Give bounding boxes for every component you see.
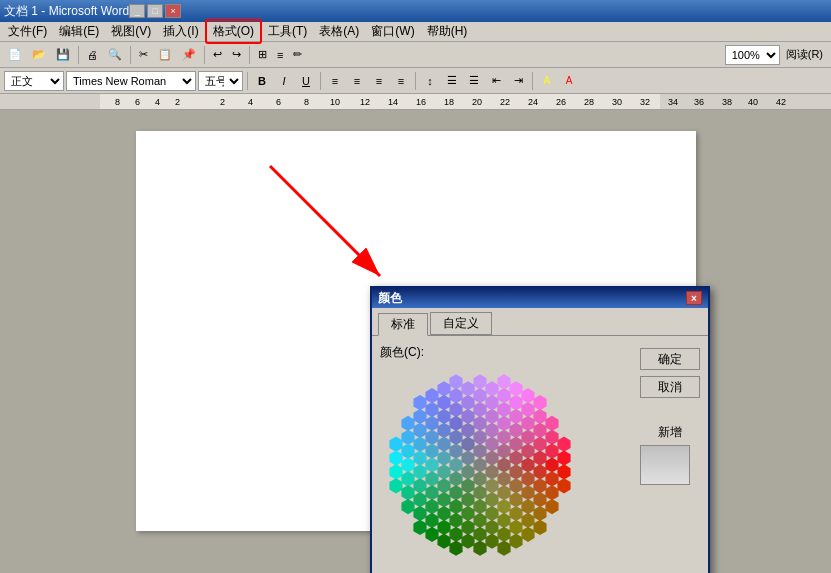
numbers-btn[interactable]: ☰ [464,71,484,91]
svg-text:6: 6 [276,97,281,107]
minimize-btn[interactable]: _ [129,4,145,18]
svg-text:16: 16 [416,97,426,107]
sep2 [130,46,131,64]
menu-help[interactable]: 帮助(H) [421,21,474,42]
read-btn[interactable]: 阅读(R) [782,45,827,65]
svg-text:8: 8 [115,97,120,107]
cut-btn[interactable]: ✂ [135,45,152,65]
tab-standard[interactable]: 标准 [378,313,428,336]
underline-btn[interactable]: U [296,71,316,91]
menu-format[interactable]: 格式(O) [205,19,262,44]
ruler: 8 6 4 2 2 4 6 8 10 12 14 16 18 20 22 24 … [0,94,831,110]
justify-btn[interactable]: ≡ [391,71,411,91]
color-dialog: 颜色 × 标准 自定义 颜色(C): [370,286,710,573]
size-select[interactable]: 五号 [198,71,243,91]
italic-btn[interactable]: I [274,71,294,91]
sep3 [204,46,205,64]
print-btn[interactable]: 🖨 [83,45,102,65]
dialog-tabs: 标准 自定义 [372,308,708,336]
svg-text:40: 40 [748,97,758,107]
new-color-section: 新增 [640,424,700,485]
columns-btn[interactable]: ≡ [273,45,287,65]
svg-text:2: 2 [220,97,225,107]
new-color-preview [640,445,690,485]
sep7 [415,72,416,90]
title-bar: 文档 1 - Microsoft Word _ □ × [0,0,831,22]
svg-text:6: 6 [135,97,140,107]
menu-table[interactable]: 表格(A) [313,21,365,42]
sep8 [532,72,533,90]
zoom-select[interactable]: 100% [725,45,780,65]
menu-insert[interactable]: 插入(I) [157,21,204,42]
undo-btn[interactable]: ↩ [209,45,226,65]
copy-btn[interactable]: 📋 [154,45,176,65]
sep5 [247,72,248,90]
color-picker-section: 颜色(C): [380,344,632,573]
svg-text:24: 24 [528,97,538,107]
font-select[interactable]: Times New Roman [66,71,196,91]
save-btn[interactable]: 💾 [52,45,74,65]
svg-text:4: 4 [248,97,253,107]
highlight-btn[interactable]: A [537,71,557,91]
close-btn[interactable]: × [165,4,181,18]
color-wheel[interactable] [380,365,580,565]
menu-bar: 文件(F) 编辑(E) 视图(V) 插入(I) 格式(O) 工具(T) 表格(A… [0,22,831,42]
svg-text:22: 22 [500,97,510,107]
svg-text:14: 14 [388,97,398,107]
line-spacing-btn[interactable]: ↕ [420,71,440,91]
svg-text:12: 12 [360,97,370,107]
cancel-button[interactable]: 取消 [640,376,700,398]
menu-window[interactable]: 窗口(W) [365,21,420,42]
svg-text:2: 2 [175,97,180,107]
dialog-title-text: 颜色 [378,290,402,307]
paste-btn[interactable]: 📌 [178,45,200,65]
svg-text:32: 32 [640,97,650,107]
bold-btn[interactable]: B [252,71,272,91]
sep1 [78,46,79,64]
svg-text:28: 28 [584,97,594,107]
dialog-title-bar: 颜色 × [372,288,708,308]
svg-text:30: 30 [612,97,622,107]
style-select[interactable]: 正文 [4,71,64,91]
menu-view[interactable]: 视图(V) [105,21,157,42]
dialog-body: 颜色(C): 确定 取消 [372,336,708,573]
tab-custom[interactable]: 自定义 [430,312,492,335]
preview-btn[interactable]: 🔍 [104,45,126,65]
table-btn[interactable]: ⊞ [254,45,271,65]
indent-decrease-btn[interactable]: ⇤ [486,71,506,91]
maximize-btn[interactable]: □ [147,4,163,18]
svg-text:36: 36 [694,97,704,107]
indent-increase-btn[interactable]: ⇥ [508,71,528,91]
dialog-close-btn[interactable]: × [686,291,702,305]
window-controls: _ □ × [129,4,181,18]
dialog-actions: 确定 取消 新增 [640,344,700,573]
ok-button[interactable]: 确定 [640,348,700,370]
align-center-btn[interactable]: ≡ [347,71,367,91]
new-color-label: 新增 [640,424,700,441]
open-btn[interactable]: 📂 [28,45,50,65]
svg-text:26: 26 [556,97,566,107]
svg-text:20: 20 [472,97,482,107]
svg-rect-1 [100,94,660,110]
svg-text:34: 34 [668,97,678,107]
document-area: 颜色 × 标准 自定义 颜色(C): [0,111,831,573]
font-color-btn[interactable]: A [559,71,579,91]
align-left-btn[interactable]: ≡ [325,71,345,91]
menu-tools[interactable]: 工具(T) [262,21,313,42]
svg-text:10: 10 [330,97,340,107]
svg-text:8: 8 [304,97,309,107]
menu-edit[interactable]: 编辑(E) [53,21,105,42]
bullets-btn[interactable]: ☰ [442,71,462,91]
format-toolbar: 正文 Times New Roman 五号 B I U ≡ ≡ ≡ ≡ ↕ ☰ … [0,68,831,94]
svg-text:4: 4 [155,97,160,107]
new-btn[interactable]: 📄 [4,45,26,65]
color-label: 颜色(C): [380,344,632,361]
draw-btn[interactable]: ✏ [289,45,306,65]
svg-text:18: 18 [444,97,454,107]
align-right-btn[interactable]: ≡ [369,71,389,91]
sep6 [320,72,321,90]
svg-text:42: 42 [776,97,786,107]
redo-btn[interactable]: ↪ [228,45,245,65]
menu-file[interactable]: 文件(F) [2,21,53,42]
main-toolbar: 📄 📂 💾 🖨 🔍 ✂ 📋 📌 ↩ ↪ ⊞ ≡ ✏ 100% 阅读(R) [0,42,831,68]
